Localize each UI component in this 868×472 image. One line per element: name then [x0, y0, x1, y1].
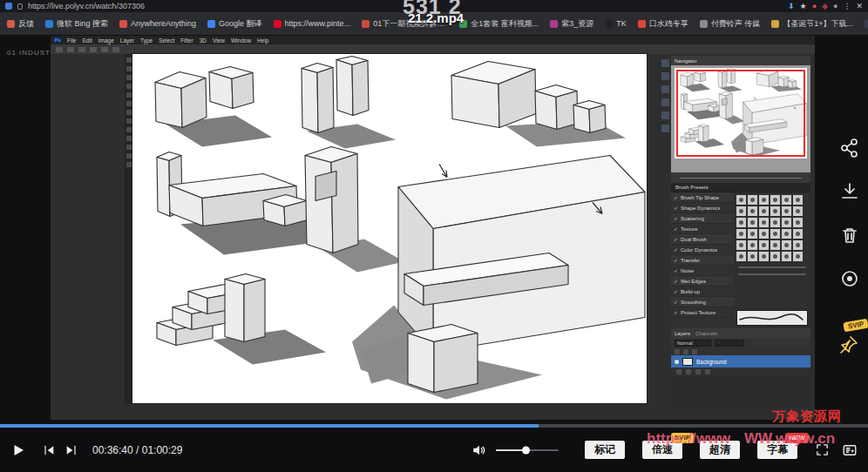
close-icon[interactable]: ✕ — [856, 3, 863, 10]
brush-thumb — [770, 218, 780, 227]
panel-icon — [661, 59, 669, 67]
brush-option-label: Texture — [681, 226, 698, 232]
brush-option-label: Scattering — [681, 216, 704, 221]
bookmark-item[interactable]: 反馈 — [7, 18, 34, 30]
time-separator: / — [136, 444, 139, 456]
brush-thumb — [759, 206, 769, 216]
playlist-button[interactable] — [842, 442, 858, 458]
watermark-brand: 万象资源网 — [772, 408, 842, 425]
blend-mode-select: Normal — [675, 340, 711, 347]
menu-item: Select — [159, 37, 174, 44]
brush-stroke-preview — [736, 310, 808, 326]
brush-option-label: Color Dynamics — [681, 247, 717, 253]
next-button[interactable] — [64, 443, 78, 457]
bookmark-label: 【圣诞节1+】下载... — [783, 18, 853, 30]
layers-panel-header: Layers Channels — [671, 328, 810, 338]
brush-thumb — [736, 252, 746, 261]
bookmark-item[interactable]: 【圣诞节1+】下载... — [771, 18, 853, 30]
panel-icon — [661, 111, 669, 119]
extension-icon[interactable]: ● — [812, 3, 817, 10]
brush-thumb — [770, 206, 780, 216]
bookmark-item[interactable]: 全1套装 富利视频... — [459, 18, 539, 30]
layers-tab: Layers — [675, 331, 690, 336]
record-button[interactable] — [839, 268, 860, 289]
brush-thumb — [736, 206, 746, 216]
brush-option-label: Smoothing — [681, 300, 706, 305]
photoshop-canvas — [132, 54, 647, 403]
bookmark-label: AnywhereAnything — [131, 19, 196, 28]
photoshop-logo: Ps — [54, 37, 61, 44]
option-icon — [56, 47, 63, 52]
tool-icon — [126, 110, 132, 115]
bookmark-item[interactable]: Shooter CG|3d co... — [865, 19, 868, 28]
photoshop-toolbar — [125, 54, 132, 404]
tool-icon — [126, 84, 132, 89]
bookmark-favicon — [119, 20, 127, 28]
bookmark-item[interactable]: 口水鸡专享 — [638, 18, 688, 30]
volume-knob[interactable] — [522, 446, 530, 454]
bookmark-item[interactable]: AnywhereAnything — [119, 19, 196, 28]
profile-avatar[interactable]: ● — [833, 3, 837, 10]
tool-icon — [126, 75, 132, 80]
browser-menu-icon[interactable]: ⋮ — [843, 3, 851, 10]
brush-option-label: Noise — [681, 268, 694, 273]
brush-thumb — [736, 195, 746, 205]
brush-thumb — [759, 195, 769, 205]
brush-option-row: ✓Texture — [671, 224, 734, 234]
bookmark-star-icon[interactable]: ★ — [800, 3, 807, 10]
bookmark-label: 付费铃声 传媒 — [711, 18, 761, 30]
brush-thumb — [782, 206, 791, 216]
video-surface[interactable]: 01 INDUSTRY Ps File Edit Image Layer Typ… — [0, 35, 868, 424]
download-status-icon[interactable]: ⬇ — [788, 3, 795, 10]
delete-button[interactable] — [839, 225, 860, 246]
brush-size-slider — [738, 266, 806, 268]
navigator-view-box — [676, 70, 805, 157]
brush-thumb — [748, 240, 757, 250]
bookmark-item[interactable]: 微软 Bing 搜索 — [45, 18, 108, 30]
previous-button[interactable] — [42, 443, 56, 457]
brush-thumb — [748, 252, 757, 261]
brush-presets-button: Brush Presets — [671, 183, 810, 192]
bookmark-item[interactable]: TK — [605, 19, 627, 28]
bookmark-item[interactable]: https://www.pinte... — [274, 19, 351, 28]
brush-thumb — [736, 229, 746, 239]
brush-thumb — [793, 252, 803, 261]
bookmark-label: TK — [616, 19, 627, 28]
option-icon — [90, 47, 97, 52]
lock-icon-small — [675, 349, 680, 354]
tool-icon — [126, 101, 132, 106]
brush-thumb — [736, 218, 746, 227]
tool-icon — [126, 162, 132, 167]
bookmark-favicon — [207, 20, 215, 28]
menu-item: View — [213, 37, 225, 44]
volume-fill — [496, 449, 526, 451]
download-button[interactable] — [839, 181, 860, 202]
bookmark-favicon — [605, 20, 613, 28]
brush-thumb — [793, 229, 803, 239]
layer-row-selected: Background — [671, 355, 810, 367]
brush-thumb — [793, 240, 803, 250]
check-icon: ✓ — [674, 309, 678, 315]
menu-item: Layer — [120, 37, 134, 44]
check-icon: ✓ — [674, 299, 678, 305]
volume-icon[interactable] — [471, 442, 487, 458]
brush-hardness-slider — [738, 273, 806, 275]
photoshop-window: Ps File Edit Image Layer Type Select Fil… — [51, 36, 815, 420]
pin-extension-icon[interactable]: ◆ — [822, 3, 828, 10]
bookmark-label: 微软 Bing 搜索 — [57, 18, 108, 30]
bookmark-item[interactable]: Google 翻译 — [207, 18, 262, 30]
bookmark-item[interactable]: 紫3_资源 — [550, 18, 593, 30]
mark-button[interactable]: 标记 — [585, 441, 625, 458]
bookmark-item[interactable]: 付费铃声 传媒 — [700, 18, 761, 30]
pin-button[interactable] — [838, 334, 859, 355]
check-icon: ✓ — [674, 278, 678, 284]
share-button[interactable] — [839, 138, 860, 158]
play-button[interactable] — [10, 442, 26, 458]
canvas-drawing — [132, 54, 647, 403]
bookmark-favicon — [362, 20, 370, 28]
player-controls: 00:36:40 / 01:00:29 标记 倍速SVIP 超清 字幕NEW — [0, 428, 868, 472]
check-icon: ✓ — [674, 267, 678, 273]
bookmark-label: 反馈 — [18, 18, 34, 30]
volume-slider[interactable] — [496, 449, 559, 451]
bookmark-favicon — [550, 20, 558, 28]
